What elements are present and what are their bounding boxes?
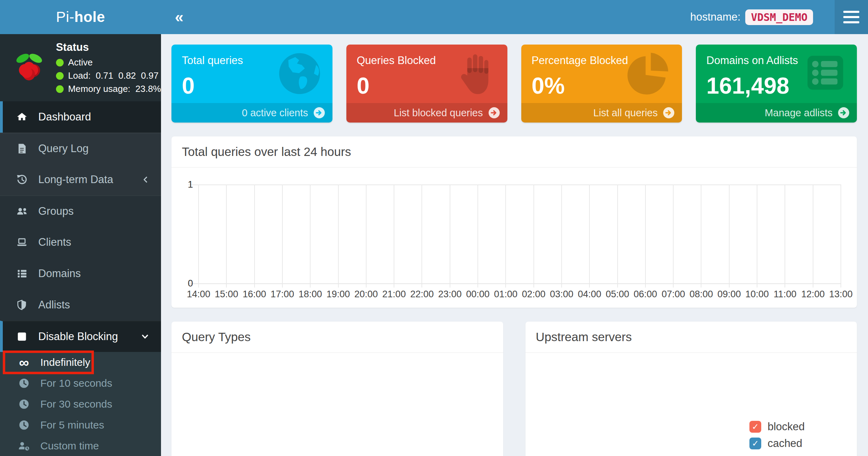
card-value: 0 — [357, 72, 507, 99]
history-icon — [14, 174, 30, 185]
chart-gridline — [841, 184, 841, 288]
chart-gridline — [310, 184, 311, 288]
home-icon — [14, 111, 30, 123]
sidebar-item-label: Query Log — [38, 142, 89, 155]
card-title: Percentage Blocked — [532, 54, 682, 67]
x-axis-label: 05:00 — [606, 289, 629, 300]
x-axis-label: 09:00 — [717, 289, 741, 300]
x-axis-label: 12:00 — [801, 289, 825, 300]
card-domains-on-adlists: Domains on Adlists161,498Manage adlists — [696, 45, 857, 123]
sidebar-item-dashboard[interactable]: Dashboard — [0, 101, 161, 133]
x-axis-label: 23:00 — [438, 289, 462, 300]
checkbox-checked-icon[interactable]: ✓ — [749, 421, 761, 433]
chart-gridline — [366, 184, 367, 288]
hamburger-menu-button[interactable] — [835, 0, 868, 34]
chart-gridline — [533, 184, 534, 288]
arrow-circle-right-icon — [837, 107, 850, 119]
status-dot-icon — [56, 72, 64, 80]
card-footer-list-blocked-queries[interactable]: List blocked queries — [346, 103, 507, 123]
shield-icon — [14, 299, 30, 310]
card-footer-label: Manage adlists — [765, 107, 833, 119]
sidebar-item-clients[interactable]: Clients — [0, 227, 161, 258]
sidebar-item-for-10-seconds[interactable]: For 10 seconds — [0, 373, 161, 394]
chart-gridline — [254, 184, 255, 288]
sidebar-item-long-term-data[interactable]: Long-term Data — [0, 164, 161, 195]
chart-gridline — [226, 184, 227, 288]
top-header: Pi-hole « hostname: VDSM_DEMO — [0, 0, 868, 34]
card-footer-list-all-queries[interactable]: List all queries — [521, 103, 682, 123]
annotation-highlight-indefinitely — [3, 351, 94, 374]
chart-gridline — [673, 184, 674, 288]
x-axis-label: 11:00 — [774, 289, 797, 300]
card-footer-manage-adlists[interactable]: Manage adlists — [696, 103, 857, 123]
sidebar-item-label: For 30 seconds — [40, 398, 112, 410]
main-content: Total queries00 active clientsQueries Bl… — [161, 34, 868, 456]
card-title: Total queries — [182, 54, 332, 67]
status-rows: ActiveLoad: 0.71 0.82 0.97Memory usage: … — [56, 57, 161, 94]
sidebar-collapse-button[interactable]: « — [175, 9, 183, 25]
x-axis-label: 00:00 — [466, 289, 490, 300]
sidebar-item-label: Custom time — [40, 440, 99, 452]
legend-item-blocked[interactable]: ✓blocked — [749, 420, 805, 433]
chart-gridline — [421, 184, 422, 288]
upstream-legend: ✓blocked✓cached — [749, 420, 805, 454]
x-axis-label: 14:00 — [187, 289, 210, 300]
status-title: Status — [56, 41, 161, 54]
sidebar-menu: DashboardQuery LogLong-term DataGroupsCl… — [0, 101, 161, 456]
sidebar-item-for-5-minutes[interactable]: For 5 minutes — [0, 415, 161, 435]
status-memory-usage: Memory usage: 23.8% — [56, 84, 161, 94]
sidebar-item-adlists[interactable]: Adlists — [0, 289, 161, 321]
card-footer-0-active-clients[interactable]: 0 active clients — [171, 103, 332, 123]
x-axis-label: 10:00 — [745, 289, 769, 300]
sidebar: Status ActiveLoad: 0.71 0.82 0.97Memory … — [0, 34, 161, 456]
pihole-logo: Pi-hole — [0, 0, 161, 34]
card-value: 0% — [532, 72, 682, 99]
card-footer-label: List all queries — [593, 107, 658, 119]
sidebar-item-label: Clients — [38, 236, 71, 249]
legend-item-cached[interactable]: ✓cached — [749, 437, 805, 450]
sidebar-item-label: Adlists — [38, 299, 70, 311]
card-footer-label: List blocked queries — [394, 107, 483, 119]
sidebar-item-domains[interactable]: Domains — [0, 258, 161, 289]
status-panel: Status ActiveLoad: 0.71 0.82 0.97Memory … — [0, 34, 161, 101]
x-axis-label: 06:00 — [634, 289, 657, 300]
status-active: Active — [56, 57, 161, 68]
hostname-label: hostname: — [690, 11, 741, 23]
clock-icon — [16, 399, 32, 410]
hamburger-icon — [843, 11, 859, 13]
chart-x-axis — [188, 283, 841, 284]
sidebar-item-groups[interactable]: Groups — [0, 195, 161, 227]
y-axis-label: 0 — [180, 278, 193, 289]
arrow-circle-right-icon — [313, 107, 326, 119]
status-load: Load: 0.71 0.82 0.97 — [56, 70, 161, 81]
sidebar-item-disable-blocking[interactable]: Disable Blocking — [0, 321, 161, 352]
x-axis-label: 02:00 — [522, 289, 546, 300]
chart-gridline — [589, 184, 590, 288]
card-total-queries: Total queries00 active clients — [171, 45, 332, 123]
brand-prefix: Pi- — [56, 9, 74, 25]
card-value: 0 — [182, 72, 332, 99]
chart-gridline — [757, 184, 757, 288]
sidebar-item-custom-time[interactable]: Custom time — [0, 435, 161, 456]
chart-gridline — [338, 184, 339, 288]
card-title: Queries Blocked — [357, 54, 507, 67]
chart-gridline — [617, 184, 618, 288]
checkbox-checked-icon[interactable]: ✓ — [749, 438, 761, 449]
sidebar-item-label: Groups — [38, 205, 74, 218]
sidebar-item-label: For 5 minutes — [40, 419, 104, 431]
card-queries-blocked: Queries Blocked0List blocked queries — [346, 45, 507, 123]
x-axis-label: 22:00 — [410, 289, 434, 300]
x-axis-label: 01:00 — [494, 289, 518, 300]
x-axis-label: 03:00 — [550, 289, 573, 300]
status-dot-icon — [56, 85, 64, 93]
sidebar-item-label: For 10 seconds — [40, 377, 112, 389]
total-queries-chart-panel: Total queries over last 24 hours 14:0015… — [171, 136, 857, 308]
hostname-value: VDSM_DEMO — [745, 9, 813, 25]
x-axis-label: 04:00 — [578, 289, 601, 300]
sidebar-item-label: Disable Blocking — [38, 330, 118, 343]
file-icon — [14, 143, 30, 154]
sidebar-item-for-30-seconds[interactable]: For 30 seconds — [0, 394, 161, 415]
x-axis-label: 13:00 — [829, 289, 853, 300]
sidebar-item-query-log[interactable]: Query Log — [0, 133, 161, 164]
x-axis-label: 17:00 — [271, 289, 294, 300]
